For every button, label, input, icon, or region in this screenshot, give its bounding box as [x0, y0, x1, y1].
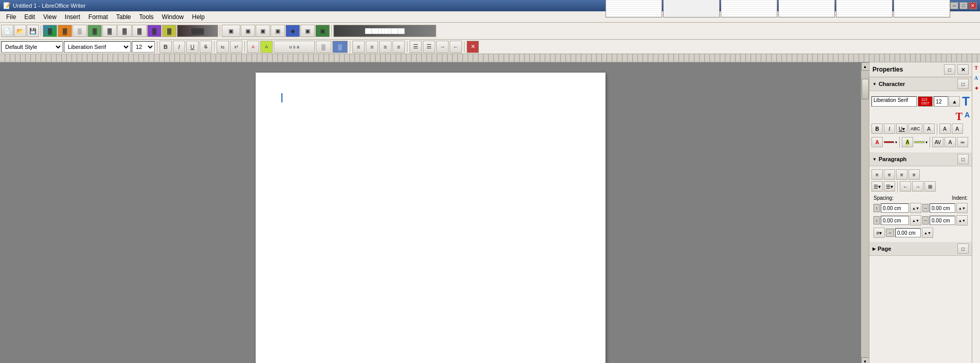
paragraph-section-header[interactable]: ▼ Paragraph □ [869, 152, 972, 166]
superscript-button[interactable]: x² [230, 41, 242, 53]
tb-btn-7[interactable]: ▓ [132, 25, 147, 37]
menu-tools[interactable]: Tools [135, 12, 158, 22]
panel-font-name[interactable]: Liberation Serif [871, 96, 917, 107]
tb-btn-15[interactable]: ◆ [286, 25, 300, 37]
right-indent-input[interactable] [930, 216, 955, 225]
menu-window[interactable]: Window [158, 12, 188, 22]
tb-btn-6[interactable]: ▓ [117, 25, 132, 37]
task-thumb-3[interactable] [721, 0, 777, 18]
fmt-btn-1[interactable]: ▒ [316, 41, 331, 53]
task-thumb-5[interactable] [836, 0, 893, 18]
highlight-button[interactable]: A [260, 41, 273, 53]
font-dropdown[interactable]: Liberation Serif [64, 41, 131, 53]
font-size-dropdown[interactable]: 12 [132, 41, 155, 53]
right-indent-arrows[interactable]: ▲▼ [956, 215, 968, 226]
first-indent-arrows[interactable]: ▲▼ [922, 228, 933, 238]
maximize-button[interactable]: □ [959, 2, 968, 9]
para-num-list-dropdown[interactable]: ☰▾ [884, 181, 895, 192]
below-spacing-input[interactable] [881, 216, 909, 225]
above-spacing-arrows[interactable]: ▲▼ [910, 203, 921, 213]
list-button[interactable]: ☰ [409, 41, 422, 53]
align-center-button[interactable]: ≡ [366, 41, 378, 53]
color-button[interactable]: A [247, 41, 259, 53]
align-justify-button[interactable]: ≡ [393, 41, 405, 53]
panel-bold-button[interactable]: B [871, 124, 883, 134]
para-indent-increase[interactable]: → [912, 181, 923, 192]
panel-char-space-btn2[interactable]: A [945, 137, 956, 147]
bold-button[interactable]: B [159, 41, 172, 53]
below-spacing-arrows[interactable]: ▲▼ [910, 215, 921, 226]
pdf-button[interactable]: ▓ [58, 25, 72, 37]
task-thumb-4[interactable] [778, 0, 835, 18]
panel-collapse-button[interactable]: □ [944, 64, 955, 75]
panel-font-color-button[interactable]: A [871, 137, 883, 147]
char-format-btn[interactable]: u s a [274, 41, 315, 53]
align-left-button[interactable]: ≡ [352, 41, 365, 53]
paragraph-section-expand[interactable]: □ [957, 154, 969, 164]
character-section-header[interactable]: ▼ Character □ [869, 77, 972, 91]
tb-btn-14[interactable]: ▣ [271, 25, 285, 37]
italic-button[interactable]: I [173, 41, 185, 53]
menu-format[interactable]: Format [84, 12, 112, 22]
para-align-right[interactable]: ≡ [896, 169, 907, 180]
highlight-dropdown[interactable]: ▾ [925, 140, 928, 145]
task-thumb-6[interactable] [894, 0, 950, 18]
tb-btn-9[interactable]: ▓ [162, 25, 176, 37]
tb-btn-3[interactable]: ▒ [73, 25, 87, 37]
panel-italic-button[interactable]: I [884, 124, 895, 134]
panel-font-size[interactable] [934, 96, 948, 107]
sidebar-icon-2[interactable]: A [973, 75, 979, 81]
character-section-expand[interactable]: □ [957, 79, 969, 89]
above-spacing-input[interactable] [881, 203, 909, 213]
panel-char-space-btn3[interactable]: ═ [957, 137, 968, 147]
tb-btn-10[interactable]: ▓▓▓ [177, 25, 218, 37]
num-list-button[interactable]: ☰ [423, 41, 435, 53]
para-indent-decrease[interactable]: ← [900, 181, 911, 192]
panel-char-btn-2[interactable]: A [952, 124, 963, 134]
new-button[interactable]: 📄 [1, 25, 13, 37]
task-thumb-1[interactable] [605, 0, 662, 18]
open-button[interactable]: 📂 [14, 25, 26, 37]
menu-edit[interactable]: Edit [20, 12, 39, 22]
line-spacing-dropdown[interactable]: ≡▾ [874, 228, 885, 238]
tb-btn-4[interactable]: ▓ [87, 25, 102, 37]
save-button[interactable]: 💾 [27, 25, 39, 37]
tb-btn-13[interactable]: ▣ [256, 25, 270, 37]
style-dropdown[interactable]: Default Style [1, 41, 63, 53]
close-button[interactable]: ✕ [969, 2, 977, 9]
minimize-button[interactable]: ─ [950, 2, 958, 9]
scroll-thumb[interactable] [862, 79, 869, 99]
indent-less-button[interactable]: ← [450, 41, 462, 53]
left-indent-input[interactable] [930, 203, 955, 213]
panel-highlight-button[interactable]: A [902, 137, 913, 147]
para-align-justify[interactable]: ≡ [908, 169, 920, 180]
title-bar-controls[interactable]: ─ □ ✕ [950, 2, 977, 9]
print-button[interactable]: ▓ [43, 25, 57, 37]
font-size-up[interactable]: ▲ [949, 96, 960, 107]
sidebar-icon-1[interactable]: T [973, 64, 979, 71]
fmt-btn-2[interactable]: ▒ [332, 41, 348, 53]
menu-insert[interactable]: Insert [61, 12, 84, 22]
panel-strikethrough-button[interactable]: ABC [908, 124, 922, 134]
task-thumb-2[interactable] [663, 0, 720, 18]
menu-table[interactable]: Table [112, 12, 135, 22]
tb-btn-16[interactable]: ▣ [300, 25, 315, 37]
strikethrough-button[interactable]: S̶ [200, 41, 212, 53]
indent-more-button[interactable]: → [436, 41, 449, 53]
menu-file[interactable]: File [2, 12, 20, 22]
tb-btn-8[interactable]: ▓ [147, 25, 162, 37]
para-list-dropdown[interactable]: ☰▾ [871, 181, 883, 192]
panel-shadow-button[interactable]: A [923, 124, 935, 134]
para-indent-spacer[interactable]: ⊞ [924, 181, 936, 192]
first-indent-input[interactable] [895, 228, 921, 237]
align-right-button[interactable]: ≡ [379, 41, 391, 53]
zoom-area[interactable]: ████████████ [333, 25, 436, 37]
menu-view[interactable]: View [39, 12, 61, 22]
scroll-up-button[interactable]: ▲ [861, 62, 869, 71]
panel-char-space-btn[interactable]: AV [932, 137, 943, 147]
font-color-dropdown[interactable]: ▾ [895, 140, 897, 145]
tb-btn-11[interactable]: ▣ [222, 25, 240, 37]
panel-char-btn-1[interactable]: A [939, 124, 951, 134]
tb-btn-12[interactable]: ▣ [241, 25, 255, 37]
menu-help[interactable]: Help [188, 12, 209, 22]
